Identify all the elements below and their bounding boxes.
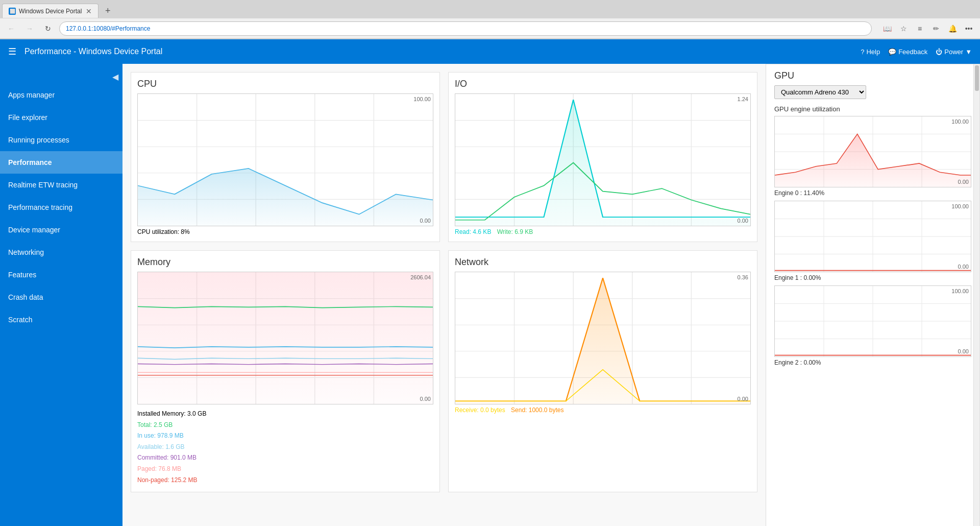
tab-favicon: ⬜ bbox=[9, 8, 16, 15]
sidebar-item-realtime-etw[interactable]: Realtime ETW tracing bbox=[0, 174, 122, 196]
network-receive-status: Receive: 0.0 bytes bbox=[455, 407, 505, 414]
back-button[interactable]: ← bbox=[4, 21, 18, 36]
gpu-section-title: GPU engine utilization bbox=[774, 105, 971, 113]
gpu-e0-min: 0.00 bbox=[958, 179, 969, 185]
sidebar-item-performance-tracing[interactable]: Performance tracing bbox=[0, 196, 122, 219]
memory-available: Available: 1.6 GB bbox=[137, 442, 433, 453]
favorites-icon[interactable]: ☆ bbox=[896, 21, 911, 36]
notifications-icon[interactable]: 🔔 bbox=[945, 21, 960, 36]
memory-card: Memory 2606.04 0.00 bbox=[131, 250, 440, 492]
more-icon[interactable]: ••• bbox=[962, 21, 976, 36]
tab-close-icon[interactable]: ✕ bbox=[86, 7, 92, 15]
gpu-e0-svg bbox=[775, 116, 971, 187]
cpu-status: CPU utilization: 8% bbox=[137, 228, 433, 235]
help-icon: ? bbox=[861, 48, 864, 56]
power-dropdown-icon: ▼ bbox=[965, 48, 972, 56]
memory-committed: Committed: 901.0 MB bbox=[137, 452, 433, 464]
refresh-button[interactable]: ↻ bbox=[41, 21, 55, 36]
sidebar-item-running-processes[interactable]: Running processes bbox=[0, 129, 122, 151]
network-chart: 0.36 0.00 bbox=[455, 272, 751, 404]
sidebar-item-device-manager[interactable]: Device manager bbox=[0, 219, 122, 241]
feedback-button[interactable]: 💬 Feedback bbox=[888, 48, 927, 56]
io-max-label: 1.24 bbox=[738, 96, 748, 102]
svg-marker-8 bbox=[138, 169, 433, 226]
io-status: Read: 4.6 KB Write: 6.9 KB bbox=[455, 228, 751, 235]
hamburger-menu[interactable]: ☰ bbox=[8, 46, 16, 57]
sidebar-item-crash-data[interactable]: Crash data bbox=[0, 286, 122, 308]
sidebar-item-scratch[interactable]: Scratch bbox=[0, 308, 122, 331]
memory-in-use: In use: 978.9 MB bbox=[137, 431, 433, 442]
network-status: Receive: 0.0 bytes Send: 1000.0 bytes bbox=[455, 407, 751, 414]
gpu-engine1-chart: 100.00 0.00 bbox=[774, 201, 971, 272]
network-chart-svg bbox=[455, 272, 750, 404]
network-card: Network 0.36 0.00 bbox=[448, 250, 757, 492]
memory-min-label: 0.00 bbox=[420, 396, 431, 402]
gpu-e0-max: 100.00 bbox=[951, 118, 969, 125]
gpu-e1-min: 0.00 bbox=[958, 264, 969, 270]
gpu-engine0-chart: 100.00 0.00 bbox=[774, 116, 971, 187]
cpu-card: CPU 100.00 0.00 bbox=[131, 72, 440, 242]
address-bar[interactable] bbox=[59, 21, 872, 36]
gpu-e2-min: 0.00 bbox=[958, 348, 969, 354]
network-max-label: 0.36 bbox=[738, 274, 748, 280]
gpu-e1-max: 100.00 bbox=[951, 203, 969, 209]
network-title: Network bbox=[455, 257, 751, 268]
sidebar: ◀ Apps manager File explorer Running pro… bbox=[0, 64, 122, 526]
io-read-status: Read: 4.6 KB bbox=[455, 228, 491, 235]
gpu-scrollbar-thumb[interactable] bbox=[975, 65, 979, 91]
main-layout: ◀ Apps manager File explorer Running pro… bbox=[0, 64, 980, 526]
cpu-chart-svg bbox=[138, 94, 433, 226]
gpu-engine2-chart: 100.00 0.00 bbox=[774, 285, 971, 357]
gpu-e2-max: 100.00 bbox=[951, 288, 969, 294]
memory-installed: Installed Memory: 3.0 GB bbox=[137, 409, 433, 420]
io-chart-svg bbox=[455, 94, 750, 226]
io-min-label: 0.00 bbox=[738, 218, 748, 224]
network-min-label: 0.00 bbox=[738, 396, 748, 402]
new-tab-button[interactable]: + bbox=[101, 4, 115, 18]
io-write-status: Write: 6.9 KB bbox=[497, 228, 533, 235]
sidebar-item-file-explorer[interactable]: File explorer bbox=[0, 106, 122, 129]
sidebar-toggle-button[interactable]: ◀ bbox=[112, 72, 118, 82]
memory-stats: Installed Memory: 3.0 GB Total: 2.5 GB I… bbox=[137, 409, 433, 486]
memory-title: Memory bbox=[137, 257, 433, 268]
content-area: CPU 100.00 0.00 bbox=[122, 64, 766, 526]
svg-marker-17 bbox=[455, 100, 750, 226]
cpu-chart: 100.00 0.00 bbox=[137, 93, 433, 226]
help-button[interactable]: ? Help bbox=[861, 48, 880, 56]
memory-nonpaged: Non-paged: 125.2 MB bbox=[137, 475, 433, 486]
sidebar-item-features[interactable]: Features bbox=[0, 264, 122, 286]
cpu-title: CPU bbox=[137, 79, 433, 89]
browser-tab[interactable]: ⬜ Windows Device Portal ✕ bbox=[2, 4, 99, 18]
memory-chart: 2606.04 0.00 bbox=[137, 272, 433, 404]
feedback-icon: 💬 bbox=[888, 48, 896, 56]
network-send-status: Send: 1000.0 bytes bbox=[511, 407, 564, 414]
memory-chart-svg bbox=[138, 272, 433, 404]
sidebar-item-performance[interactable]: Performance bbox=[0, 151, 122, 174]
forward-button[interactable]: → bbox=[22, 21, 37, 36]
gpu-e1-svg bbox=[775, 201, 971, 272]
gpu-engine0-label: Engine 0 : 11.40% bbox=[774, 189, 971, 197]
svg-rect-26 bbox=[138, 272, 433, 404]
tab-title: Windows Device Portal bbox=[19, 8, 82, 15]
gpu-engine2-label: Engine 2 : 0.00% bbox=[774, 359, 971, 366]
reader-view-icon[interactable]: 📖 bbox=[880, 21, 894, 36]
gpu-scrollbar[interactable] bbox=[973, 64, 979, 526]
app-header: ☰ Performance - Windows Device Portal ? … bbox=[0, 39, 980, 64]
gpu-panel: GPU Qualcomm Adreno 430 GPU engine utili… bbox=[766, 64, 980, 526]
gpu-dropdown[interactable]: Qualcomm Adreno 430 bbox=[774, 85, 866, 99]
gpu-e2-svg bbox=[775, 286, 971, 356]
svg-marker-35 bbox=[455, 278, 750, 404]
power-button[interactable]: ⏻ Power ▼ bbox=[936, 48, 972, 56]
edit-icon[interactable]: ✏ bbox=[929, 21, 943, 36]
menu-icon[interactable]: ≡ bbox=[913, 21, 927, 36]
cpu-min-label: 0.00 bbox=[420, 218, 431, 224]
io-title: I/O bbox=[455, 79, 751, 89]
memory-paged: Paged: 76.8 MB bbox=[137, 464, 433, 475]
cpu-max-label: 100.00 bbox=[413, 96, 431, 102]
sidebar-item-networking[interactable]: Networking bbox=[0, 241, 122, 264]
gpu-engine1-label: Engine 1 : 0.00% bbox=[774, 274, 971, 281]
io-card: I/O 1.24 0.00 bbox=[448, 72, 757, 242]
io-chart: 1.24 0.00 bbox=[455, 93, 751, 226]
sidebar-item-apps-manager[interactable]: Apps manager bbox=[0, 84, 122, 106]
memory-total: Total: 2.5 GB bbox=[137, 420, 433, 431]
